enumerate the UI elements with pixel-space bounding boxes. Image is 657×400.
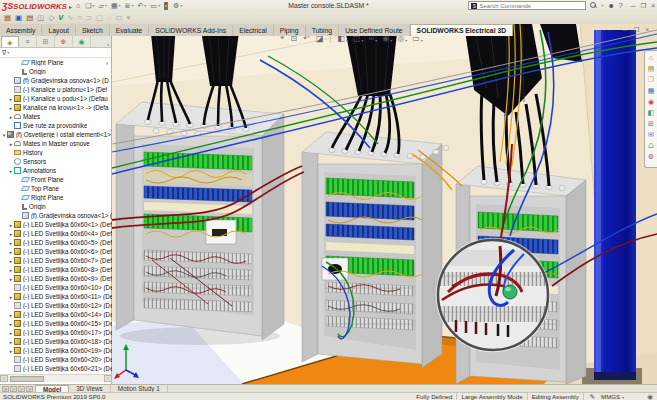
scrollbar-thumb[interactable]	[10, 376, 44, 382]
dimxpertmanager-tab[interactable]: ⊕	[55, 36, 73, 47]
duct-icon[interactable]: ▢	[96, 13, 103, 23]
displaymanager-tab[interactable]: ◉	[73, 36, 91, 47]
design-library-icon[interactable]: ▤	[648, 64, 655, 74]
featuremanager-tab[interactable]: ◈	[1, 36, 19, 47]
scroll-right-icon[interactable]: ›	[104, 375, 112, 382]
align-components-icon[interactable]: ◇	[48, 13, 54, 23]
scroll-left-icon[interactable]: ‹	[0, 375, 8, 382]
tree-item[interactable]: ▸ Kanalice na krovu<1> -> (Defa	[0, 103, 112, 112]
tree-item[interactable]: Origin	[0, 67, 112, 76]
validate-icon[interactable]: V	[58, 13, 63, 23]
tree-item[interactable]: ▸ (-) Kanalice u podu<1> (Defau	[0, 94, 112, 103]
tree-item[interactable]: ▸ (-) LED Svetiljka 60x60<18> (De	[0, 337, 112, 346]
status-options-icon[interactable]: ◉	[647, 393, 653, 400]
cabinet-middle[interactable]	[302, 132, 449, 368]
scenes-icon[interactable]: ◧	[648, 108, 655, 118]
tree-item[interactable]: History	[0, 148, 112, 157]
select-icon[interactable]: ▭▾	[150, 2, 160, 10]
tree-item[interactable]: (f) Gradjevinska osnova<1> (D	[0, 76, 112, 85]
minimize-button[interactable]: ─	[631, 2, 636, 10]
ribbon-tab[interactable]: Tubing	[306, 25, 340, 36]
tree-item[interactable]: (-) Kanalice u plafonu<1> (Def	[0, 85, 112, 94]
open-icon[interactable]: ▱▾	[98, 2, 106, 10]
tree-item[interactable]: ▸ Mates in Master osnove	[0, 139, 112, 148]
propertymanager-tab[interactable]: ≡	[19, 36, 37, 47]
tree-item[interactable]: Right Plane	[0, 193, 112, 202]
blue-cable-column[interactable]	[594, 30, 636, 380]
ribbon-tab[interactable]: Use Defined Route	[339, 25, 409, 36]
settings-icon[interactable]: ⚙	[648, 152, 654, 162]
tree-item[interactable]: ▸ (-) LED Svetiljka 60x60<9> (Def	[0, 274, 112, 283]
search-caret-icon[interactable]: ▾	[601, 3, 603, 8]
tree-item[interactable]: ▸ (-) LED Svetiljka 60x60<15> (De	[0, 319, 112, 328]
tree-item[interactable]: ▸ (-) LED Svetiljka 60x60<5> (Def	[0, 238, 112, 247]
cabinet-layout-icon[interactable]: ▤	[26, 13, 33, 23]
tree-item[interactable]: ▸ (-) LED Svetiljka 60x60<17> (De	[0, 328, 112, 337]
more-dropdown-icon[interactable]: ▾	[127, 13, 131, 23]
tree-item[interactable]: ▸ (-) LED Svetiljka 60x60<8> (Def	[0, 265, 112, 274]
tree-item[interactable]: ▸ (-) LED Svetiljka 60x60<14> (De	[0, 310, 112, 319]
view-tab[interactable]: Model	[35, 385, 69, 392]
route-harness-icon[interactable]: ⊃	[86, 13, 92, 23]
tree-scroll-up-icon[interactable]: ∧	[105, 60, 109, 66]
view-tab[interactable]: 3D Views	[69, 385, 110, 392]
report-icon[interactable]: ▭	[115, 13, 122, 23]
tree-item[interactable]: Front Plane	[0, 175, 112, 184]
tree-item[interactable]: ▸ (-) LED Svetiljka 60x60<7> (Def	[0, 256, 112, 265]
units-selector[interactable]: MMGS ▾	[601, 393, 624, 400]
tree-item[interactable]: ▸ (-) LED Svetiljka 60x60<19> (De	[0, 346, 112, 355]
tree-item[interactable]: (-) LED Svetiljka 60x60<10> (De	[0, 283, 112, 292]
schematic-icon[interactable]: ▣	[15, 13, 22, 23]
tree-item[interactable]: ▸ (-) LED Svetiljka 60x60<11> (De	[0, 292, 112, 301]
tree-item[interactable]: ▾ (f) Osvetljenje i ostali elementi<1>	[0, 130, 112, 139]
graphics-area[interactable]: ⌖ ⊡ ↶ ◪ | ◧▾ ◫▾ ∞▾ ◉▾ ◎▾ ▭▾	[112, 24, 657, 384]
tree-item[interactable]: Origin	[0, 202, 112, 211]
ribbon-tab[interactable]: Piping	[274, 25, 306, 36]
appearances-icon[interactable]: ◉	[648, 97, 654, 107]
help-menu[interactable]: ?	[619, 2, 623, 9]
tree-item[interactable]: ▸ (-) LED Svetiljka 60x60<6> (Def	[0, 247, 112, 256]
restore-button[interactable]: ❐	[640, 2, 646, 10]
tree-item[interactable]: Sve rute za provodnike	[0, 121, 112, 130]
tree-item[interactable]: Right Plane	[0, 58, 112, 67]
tree-item[interactable]: (-) LED Svetiljka 60x60<20> (De	[0, 355, 112, 364]
tree-item[interactable]: ▸ (-) LED Svetiljka 60x60<4> (Def	[0, 229, 112, 238]
menu-expand-icon[interactable]: ▸	[69, 3, 72, 10]
tree-item[interactable]: ▸ Annotations	[0, 166, 112, 175]
close-button[interactable]: ×	[651, 2, 655, 10]
terminal-strip-icon[interactable]: ◌	[107, 13, 111, 23]
print-icon[interactable]: ≣▾	[125, 2, 134, 10]
search-commands-box[interactable]: S	[468, 1, 586, 10]
forum-icon[interactable]: ✉	[648, 130, 654, 140]
new-file-icon[interactable]: ❏▾	[85, 2, 94, 10]
tree-item[interactable]: Sensors	[0, 157, 112, 166]
tree-item[interactable]: (-) LED Svetiljka 60x60<12> (De	[0, 301, 112, 310]
tab-scroll-button[interactable]: «	[2, 386, 9, 392]
ribbon-tab[interactable]: SOLIDWORKS Add-Ins	[149, 25, 233, 36]
route-wires-icon[interactable]: ∿	[67, 13, 73, 23]
tree-item[interactable]: ▸ (-) LED Svetiljka 60x60<1> (Def	[0, 220, 112, 229]
magnifier-lens[interactable]	[437, 239, 551, 352]
tree-scroll-down-icon[interactable]: ∨	[105, 366, 109, 372]
electrical-project-icon[interactable]: ▦	[4, 13, 11, 23]
solidworks-resources-icon[interactable]: ⌂	[649, 53, 653, 63]
tab-scroll-button[interactable]: »	[26, 386, 33, 392]
ribbon-tab[interactable]: Evaluate	[110, 25, 149, 36]
doc-minimize-button[interactable]: ─	[623, 26, 628, 34]
doc-restore-button[interactable]: ❐	[633, 26, 639, 34]
ribbon-tab[interactable]: Electrical	[233, 25, 274, 36]
tree-item[interactable]: (-) LED Svetiljka 60x60<21> (De	[0, 364, 112, 373]
custom-properties-icon[interactable]: ⊞	[648, 119, 654, 129]
tree-item[interactable]: ▸ Mates	[0, 112, 112, 121]
file-explorer-icon[interactable]: ❒	[648, 75, 654, 85]
tree-item[interactable]: (f) Gradjevinska osnova<1> (D	[0, 211, 112, 220]
route-cables-icon[interactable]: ≈	[77, 13, 81, 23]
doc-close-button[interactable]: ×	[645, 26, 649, 34]
view-tab[interactable]: Motion Study 1	[111, 385, 168, 392]
ribbon-tab[interactable]: Assembly	[0, 25, 42, 36]
tree-item[interactable]: Top Plane	[0, 184, 112, 193]
tree-filter[interactable]: ∇ ▾	[0, 48, 111, 58]
home-icon[interactable]: ⌂	[76, 2, 81, 10]
rebuild-icon[interactable]	[164, 2, 169, 10]
tab-scroll-button[interactable]: ›	[18, 386, 25, 392]
